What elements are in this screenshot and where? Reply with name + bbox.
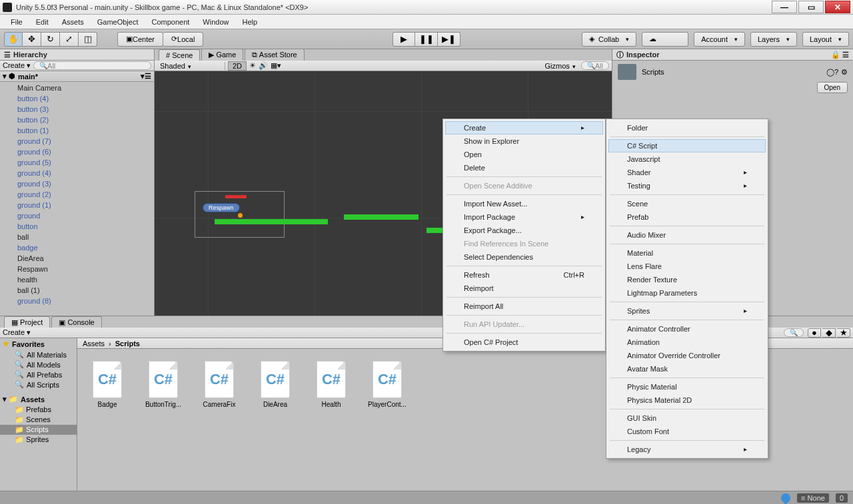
menu-edit[interactable]: Edit	[29, 16, 55, 28]
menu-item[interactable]: Import New Asset...	[445, 197, 603, 210]
menu-item[interactable]: Lens Flare	[608, 260, 766, 273]
account-dropdown[interactable]: Account	[694, 32, 745, 47]
menu-file[interactable]: File	[4, 16, 29, 28]
hierarchy-search[interactable]: 🔍All	[33, 61, 151, 70]
menu-item[interactable]: Legacy	[608, 443, 766, 456]
favorite-item[interactable]: 🔍All Prefabs	[0, 370, 77, 379]
folder-item[interactable]: 📁 Prefabs	[0, 405, 77, 415]
ground-platform[interactable]	[215, 219, 328, 224]
layers-dropdown[interactable]: Layers	[750, 32, 797, 47]
scale-tool[interactable]: ⤢	[60, 32, 79, 47]
hierarchy-item[interactable]: button	[0, 221, 154, 232]
ground-platform[interactable]	[344, 214, 419, 220]
hierarchy-item[interactable]: button (1)	[0, 125, 154, 136]
hierarchy-item[interactable]: ground	[0, 210, 154, 221]
asset-item[interactable]: C#DieArea	[256, 361, 295, 408]
hierarchy-item[interactable]: Respawn	[0, 264, 154, 274]
hierarchy-item[interactable]: ground (2)	[0, 189, 154, 200]
hierarchy-item[interactable]: ground (4)	[0, 168, 154, 178]
collab-dropdown[interactable]: ◈ Collab	[582, 32, 636, 47]
menu-item[interactable]: Open C# Project	[445, 336, 603, 349]
step-button[interactable]: ▶❚	[438, 32, 460, 47]
menu-item[interactable]: Lightmap Parameters	[608, 286, 766, 300]
project-create-dropdown[interactable]: Create ▾	[3, 328, 31, 337]
menu-item[interactable]: Prefab	[608, 210, 766, 224]
hierarchy-item[interactable]: ball	[0, 232, 154, 242]
menu-item[interactable]: Animator Controller	[608, 322, 766, 336]
maximize-button[interactable]: ▭	[798, 1, 824, 13]
menu-item[interactable]: Reimport	[445, 282, 603, 295]
menu-item[interactable]: Sprites	[608, 304, 766, 318]
asset-item[interactable]: C#CameraFix	[200, 361, 239, 408]
shading-dropdown[interactable]: Shaded	[157, 62, 225, 70]
menu-item[interactable]: Show in Explorer	[445, 134, 603, 148]
tab-scene[interactable]: # Scene	[159, 49, 200, 61]
favorite-item[interactable]: 🔍All Scripts	[0, 379, 77, 389]
menu-item[interactable]: Export Package...	[445, 224, 603, 237]
menu-item[interactable]: Animation	[608, 336, 766, 349]
menu-item[interactable]: Open	[445, 148, 603, 161]
menu-item[interactable]: Shader	[608, 166, 766, 179]
menu-item[interactable]: GUI Skin	[608, 411, 766, 425]
hierarchy-item[interactable]: DieArea	[0, 253, 154, 264]
inspector-tab[interactable]: ⓘ Inspector🔒 ☰	[612, 49, 853, 61]
space-local-toggle[interactable]: ⟳ Local	[163, 32, 203, 47]
menu-item[interactable]: Create	[445, 121, 603, 134]
asset-item[interactable]: C#ButtonTrig...	[144, 361, 183, 408]
gear-icon[interactable]: ⚙	[841, 68, 848, 77]
hierarchy-tab[interactable]: ☰ Hierarchy	[0, 49, 154, 61]
menu-item[interactable]: Material	[608, 246, 766, 260]
menu-item[interactable]: Reimport All	[445, 300, 603, 313]
rect-tool[interactable]: ◫	[79, 32, 97, 47]
menu-item[interactable]: Scene	[608, 197, 766, 210]
hierarchy-item[interactable]: ground (1)	[0, 200, 154, 210]
hierarchy-scene-header[interactable]: ▾ ⬢ main*▾☰	[0, 71, 154, 82]
menu-item[interactable]: Delete	[445, 161, 603, 174]
hand-tool[interactable]: ✋	[4, 32, 23, 47]
menu-help[interactable]: Help	[235, 16, 264, 28]
project-tab[interactable]: ▦ Project	[4, 316, 50, 328]
tab-asset-store[interactable]: ⧉ Asset Store	[245, 49, 304, 61]
hierarchy-item[interactable]: button (3)	[0, 104, 154, 115]
asset-item[interactable]: C#Health	[312, 361, 351, 408]
filter-type-icon[interactable]: ◆	[822, 328, 836, 338]
context-menu-create[interactable]: FolderC# ScriptJavascriptShaderTestingSc…	[606, 119, 768, 459]
menu-item[interactable]: Select Dependencies	[445, 250, 603, 264]
menu-item[interactable]: Animator Override Controller	[608, 349, 766, 362]
menu-item[interactable]: Avatar Mask	[608, 362, 766, 376]
menu-item[interactable]: Javascript	[608, 152, 766, 166]
filter-save-icon[interactable]: ★	[837, 328, 850, 338]
menu-item[interactable]: RefreshCtrl+R	[445, 268, 603, 282]
minimize-button[interactable]: —	[772, 1, 797, 13]
2d-toggle[interactable]: 2D	[228, 61, 247, 71]
hierarchy-item[interactable]: ground (3)	[0, 178, 154, 189]
menu-item[interactable]: Render Texture	[608, 273, 766, 286]
favorite-item[interactable]: 🔍All Materials	[0, 350, 77, 360]
lighting-icon[interactable]: ☀	[249, 61, 256, 70]
hierarchy-item[interactable]: ground (7)	[0, 136, 154, 146]
scene-search[interactable]: 🔍All	[581, 61, 609, 70]
hierarchy-create-dropdown[interactable]: Create ▾	[3, 61, 31, 70]
move-tool[interactable]: ✥	[23, 32, 41, 47]
respawn-tag[interactable]: Respawn	[203, 203, 240, 212]
hierarchy-list[interactable]: Main Camerabutton (4)button (3)button (2…	[0, 82, 154, 316]
hierarchy-item[interactable]: ground (5)	[0, 157, 154, 168]
asset-item[interactable]: C#PlayerCont...	[368, 361, 407, 408]
hierarchy-item[interactable]: button (4)	[0, 93, 154, 104]
hierarchy-item[interactable]: button (2)	[0, 115, 154, 125]
project-search[interactable]: 🔍	[784, 328, 804, 337]
hierarchy-item[interactable]: Main Camera	[0, 83, 154, 93]
filter-icon[interactable]: ●	[808, 328, 821, 338]
menu-item[interactable]: Folder	[608, 121, 766, 134]
menu-item[interactable]: C# Script	[608, 139, 766, 152]
menu-item[interactable]: Testing	[608, 179, 766, 192]
favorite-item[interactable]: 🔍All Models	[0, 360, 77, 370]
fx-icon[interactable]: ▦▾	[271, 61, 281, 70]
menu-component[interactable]: Component	[145, 16, 196, 28]
tab-game[interactable]: ▶ Game	[201, 49, 243, 61]
pivot-center-toggle[interactable]: ▣ Center	[117, 32, 163, 47]
menu-window[interactable]: Window	[196, 16, 235, 28]
help-icon[interactable]: ◯?	[826, 68, 838, 77]
menu-gameobject[interactable]: GameObject	[91, 16, 145, 28]
menu-item[interactable]: Physic Material	[608, 380, 766, 393]
